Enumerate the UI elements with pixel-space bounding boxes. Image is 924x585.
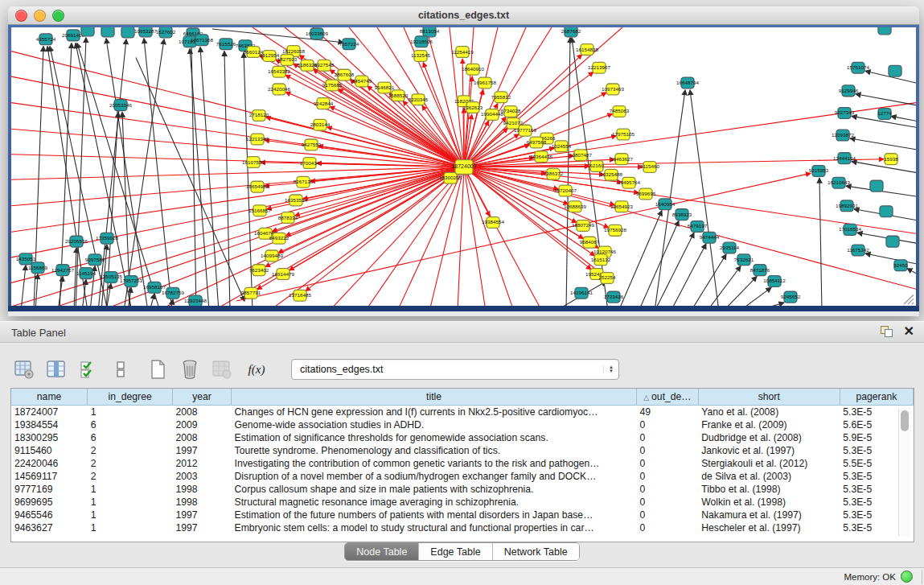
table-cell[interactable]: 2009	[173, 418, 232, 431]
table-cell[interactable]: 2	[88, 444, 173, 457]
network-node[interactable]: 16648794	[676, 77, 700, 89]
show-columns-button[interactable]	[45, 358, 68, 381]
network-node[interactable]: 10325488	[600, 169, 623, 180]
network-node[interactable]: 7955812	[491, 92, 511, 103]
network-node[interactable]: 1615132	[591, 254, 611, 266]
network-node[interactable]: 13716485	[289, 290, 312, 301]
network-node[interactable]: 7615526	[216, 39, 236, 50]
network-node[interactable]: 1700434	[300, 158, 320, 169]
table-cell[interactable]: 6	[88, 431, 173, 444]
resize-grip[interactable]	[904, 295, 914, 304]
table-cell[interactable]: Genome-wide association studies in ADHD.	[232, 418, 637, 431]
network-node[interactable]: 16210643	[827, 177, 851, 188]
table-cell[interactable]: 1	[88, 509, 173, 521]
table-cell[interactable]: 0	[636, 418, 698, 431]
network-node[interactable]: 16782759	[162, 287, 185, 299]
network-node[interactable]: 16033809	[306, 28, 329, 39]
table-scrollbar-thumb[interactable]	[901, 410, 909, 431]
network-node[interactable]: 15166857	[248, 205, 272, 216]
network-node[interactable]: 19756928	[604, 225, 627, 236]
network-node[interactable]: 16914479	[272, 269, 295, 280]
network-node[interactable]: 18640910	[462, 64, 485, 75]
network-node[interactable]: 16107553	[242, 157, 265, 168]
network-node[interactable]: 19654923	[610, 201, 634, 212]
table-row[interactable]: 1872400712008Changes of HCN gene express…	[11, 406, 914, 419]
delete-table-button-disabled[interactable]	[211, 358, 233, 381]
network-node[interactable]: 8878334	[278, 212, 298, 224]
table-row[interactable]: 911546021997Tourette syndrome. Phenomeno…	[11, 444, 914, 457]
network-node[interactable]: 19892931	[836, 200, 859, 212]
network-node[interactable]: 20206536	[65, 236, 88, 247]
network-node[interactable]: 9175685	[322, 80, 343, 91]
table-row[interactable]: 977716911998Corpus callosum shape and si…	[11, 483, 914, 496]
column-header-year[interactable]: year	[173, 389, 232, 406]
network-node[interactable]: 9684067	[580, 237, 600, 248]
network-node[interactable]: 10854112	[763, 276, 786, 287]
minimize-window-button[interactable]	[34, 10, 46, 22]
table-row[interactable]: 1456911722003Disruption of a novel membe…	[11, 470, 914, 483]
table-cell[interactable]: Wolkin et al. (1998)	[698, 496, 840, 509]
network-node[interactable]: 7623402	[249, 265, 269, 276]
network-node[interactable]: 1145194	[76, 268, 97, 279]
network-canvas[interactable]: 4355724206914061065328715276026466160107…	[11, 27, 916, 306]
network-node[interactable]: 12093872	[832, 130, 855, 141]
table-cell[interactable]: 9463627	[11, 521, 88, 534]
network-node[interactable]: 19777169	[514, 125, 537, 136]
network-node[interactable]: 9427552	[302, 139, 322, 150]
table-cell[interactable]: 1	[88, 406, 173, 419]
network-node[interactable]: 92450	[893, 260, 908, 271]
network-node[interactable]: 7485063	[610, 106, 630, 117]
column-header-out_de[interactable]: △out_de…	[636, 389, 698, 406]
network-node[interactable]: 62160	[589, 161, 604, 172]
table-cell[interactable]: 9465546	[11, 509, 88, 521]
table-cell[interactable]: 1	[88, 496, 173, 509]
table-row[interactable]: 946554611997Estimation of the future num…	[11, 509, 914, 521]
network-node[interactable]: 4355724	[36, 34, 56, 45]
table-cell[interactable]: 9777169	[11, 483, 88, 496]
network-node[interactable]: 10807487	[569, 150, 593, 161]
zoom-window-button[interactable]	[52, 10, 64, 22]
table-cell[interactable]: Hescheler et al. (1997)	[698, 521, 840, 534]
network-node[interactable]: 12444194	[833, 153, 856, 164]
network-node[interactable]: 6493222	[269, 233, 290, 244]
memory-status-icon[interactable]	[901, 571, 913, 583]
network-node[interactable]: 9215953	[809, 166, 829, 177]
network-node[interactable]: 8471876	[750, 265, 770, 276]
network-node[interactable]: 8267130	[294, 176, 314, 187]
table-cell[interactable]: Embryonic stem cells: a model to study s…	[232, 521, 637, 534]
table-scrollbar-track[interactable]	[898, 408, 911, 537]
network-node[interactable]: 9227343	[835, 108, 855, 119]
network-node[interactable]: 20364436	[530, 151, 553, 163]
network-node[interactable]: 7632621	[734, 254, 754, 266]
table-cell[interactable]: 1997	[173, 509, 232, 521]
table-row[interactable]: 1938455462009Genome-wide association stu…	[11, 418, 914, 431]
network-node[interactable]: 9242844	[314, 98, 334, 109]
table-cell[interactable]: Structural magnetic resonance image aver…	[232, 496, 637, 509]
table-cell[interactable]: 9115460	[11, 444, 88, 457]
network-node[interactable]: 8813054	[420, 27, 440, 37]
network-node[interactable]: 12213343	[246, 134, 269, 145]
table-cell[interactable]: 22420046	[11, 457, 88, 470]
network-node[interactable]: 1527602	[156, 27, 176, 38]
table-cell[interactable]: 2	[88, 470, 173, 483]
table-cell[interactable]: 0	[636, 521, 698, 534]
column-header-in_degree[interactable]: in_degree	[88, 389, 173, 406]
network-node[interactable]: 7386372	[544, 168, 564, 179]
close-window-button[interactable]	[15, 10, 27, 22]
table-cell[interactable]: 1997	[173, 521, 232, 534]
network-node[interactable]: 19218506	[410, 36, 433, 47]
table-cell[interactable]: 19384554	[11, 418, 88, 431]
table-cell[interactable]: 1998	[173, 496, 232, 509]
table-cell[interactable]: 18300295	[11, 431, 88, 444]
column-header-title[interactable]: title	[232, 389, 637, 406]
network-node[interactable]	[870, 180, 883, 192]
network-node[interactable]: 16961758	[474, 77, 497, 89]
network-node[interactable]: 11675342	[847, 245, 869, 256]
table-cell[interactable]: Tourette syndrome. Phenomenology and cla…	[232, 444, 637, 457]
network-node[interactable]: 15938	[884, 154, 898, 165]
table-cell[interactable]: 18724007	[11, 406, 88, 419]
table-cell[interactable]: 0	[636, 509, 698, 521]
table-select-dropdown[interactable]: citations_edges.txt ▲▼	[291, 359, 619, 380]
network-node[interactable]: 12942757	[51, 265, 75, 276]
column-header-name[interactable]: name	[11, 389, 88, 406]
